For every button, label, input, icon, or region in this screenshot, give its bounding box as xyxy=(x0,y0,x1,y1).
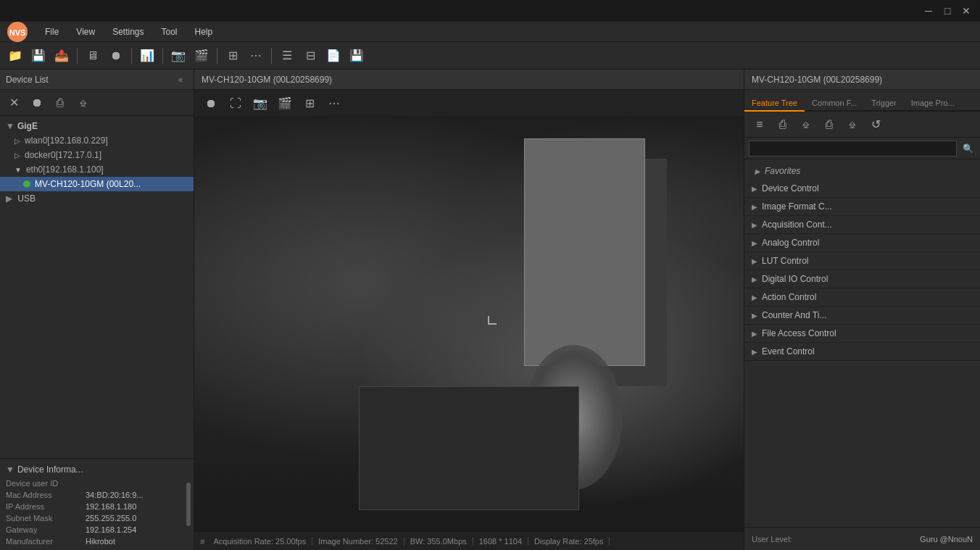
dl-import-button[interactable]: ⎒ xyxy=(72,93,94,113)
menu-tool[interactable]: Tool xyxy=(154,25,185,38)
rt-export2-button[interactable]: ⎒ xyxy=(795,114,817,135)
acquisition-label: Acquisition Cont... xyxy=(762,220,973,230)
feature-item-device-control[interactable]: ▶ Device Control xyxy=(744,180,980,198)
device-info-section: ▼ Device Informa... Device user ID Mac A… xyxy=(0,458,194,550)
grid-view-button[interactable]: ⊞ xyxy=(299,93,320,114)
feature-item-image-format[interactable]: ▶ Image Format C... xyxy=(744,198,980,216)
tab-image-processing[interactable]: Image Pro... xyxy=(904,96,962,112)
tab-common-features[interactable]: Common F... xyxy=(805,96,864,112)
save-button[interactable]: 💾 xyxy=(28,46,49,66)
rt-save-button[interactable]: ⎙ xyxy=(818,114,840,135)
feature-item-lut[interactable]: ▶ LUT Control xyxy=(744,252,980,270)
device-button[interactable]: 🖥 xyxy=(82,46,104,66)
snapshot-button[interactable]: 📷 xyxy=(249,93,271,114)
chart-button[interactable]: 📊 xyxy=(136,46,158,66)
open-button[interactable]: 📁 xyxy=(4,46,26,66)
cursor-indicator xyxy=(488,316,497,325)
feature-item-favorites[interactable]: ▶ Favorites xyxy=(744,162,980,180)
rt-export1-button[interactable]: ⎙ xyxy=(772,114,794,135)
status-acquisition-rate: Acquisition Rate: 25.00fps xyxy=(207,537,312,546)
feature-item-event-control[interactable]: ▶ Event Control xyxy=(744,343,980,361)
rt-load-button[interactable]: ⎒ xyxy=(842,114,863,135)
more-options-button[interactable]: ⋯ xyxy=(323,93,345,114)
info-value-gateway: 192.168.1.254 xyxy=(86,525,188,534)
tab-trigger[interactable]: Trigger xyxy=(864,96,903,112)
gige-group: ▼ GigE xyxy=(0,119,194,133)
status-bar: ≡ Acquisition Rate: 25.00fps Image Numbe… xyxy=(194,531,744,550)
video-button[interactable]: 🎬 xyxy=(191,46,212,66)
save2-button[interactable]: 💾 xyxy=(346,46,368,66)
info-row-subnet: Subnet Mask 255.255.255.0 xyxy=(0,512,194,524)
fullscreen-button[interactable]: ⛶ xyxy=(225,93,246,114)
grid-button[interactable]: ⊞ xyxy=(222,46,244,66)
menu-settings[interactable]: Settings xyxy=(105,25,151,38)
status-icon: ≡ xyxy=(200,537,204,546)
center-panel: MV-CH120-10GM (00L20258699) ⏺ ⛶ 📷 🎬 ⊞ ⋯ xyxy=(194,70,744,550)
stop-acquisition-button[interactable]: ⏺ xyxy=(200,93,222,114)
lut-label: LUT Control xyxy=(762,256,973,266)
tree-item-camera[interactable]: MV-CH120-10GM (00L20... xyxy=(0,177,194,191)
collapse-panel-button[interactable]: « xyxy=(173,72,188,87)
image-format-label: Image Format C... xyxy=(762,201,973,212)
main-toolbar: 📁 💾 📤 🖥 ⏺ 📊 📷 🎬 ⊞ ⋯ ☰ ⊟ 📄 💾 xyxy=(0,42,980,70)
tree-item-wlan[interactable]: ▷ wlan0[192.168.0.229] xyxy=(0,133,194,148)
cam-box xyxy=(524,138,645,366)
center-header: MV-CH120-10GM (00L20258699) xyxy=(194,70,744,90)
analog-label: Analog Control xyxy=(762,238,973,248)
window-controls: ─ □ ✕ xyxy=(921,3,974,19)
dl-stop-button[interactable]: ✕ xyxy=(3,93,25,113)
counter-timer-label: Counter And Ti... xyxy=(762,310,973,320)
tab-feature-tree[interactable]: Feature Tree xyxy=(744,96,805,112)
app-logo: NVS xyxy=(6,20,29,43)
tree-item-eth0[interactable]: ▼ eth0[192.168.1.100] xyxy=(0,162,194,177)
menu-view[interactable]: View xyxy=(69,25,102,38)
feature-item-analog[interactable]: ▶ Analog Control xyxy=(744,234,980,252)
menu-file[interactable]: File xyxy=(38,25,66,38)
toolbar-sep-5 xyxy=(271,48,272,64)
list-button[interactable]: ⊟ xyxy=(299,46,321,66)
feature-item-action-control[interactable]: ▶ Action Control xyxy=(744,288,980,307)
feature-list: ▶ Favorites ▶ Device Control ▶ Image For… xyxy=(744,159,980,527)
status-resolution: 1608 * 1104 xyxy=(473,537,528,546)
feature-item-digital-io[interactable]: ▶ Digital IO Control xyxy=(744,270,980,288)
export-button[interactable]: 📤 xyxy=(51,46,72,66)
gige-label: GigE xyxy=(17,121,38,131)
scroll-indicator xyxy=(186,483,191,526)
camera-label: MV-CH120-10GM (00L20... xyxy=(35,179,141,189)
feature-item-file-access[interactable]: ▶ File Access Control xyxy=(744,325,980,343)
tree-item-docker[interactable]: ▷ docker0[172.17.0.1] xyxy=(0,148,194,162)
dl-record-button[interactable]: ⏺ xyxy=(26,93,48,113)
rt-refresh-button[interactable]: ↺ xyxy=(865,114,886,135)
menu-help[interactable]: Help xyxy=(188,25,220,38)
dots-button[interactable]: ⋯ xyxy=(245,46,267,66)
toolbar-sep-1 xyxy=(77,48,78,64)
feature-item-counter-timer[interactable]: ▶ Counter And Ti... xyxy=(744,307,980,325)
maximize-button[interactable]: □ xyxy=(939,3,955,19)
right-bottom: User Level: Guru @NnouN xyxy=(744,527,980,550)
image-format-chevron: ▶ xyxy=(752,203,757,211)
search-input[interactable] xyxy=(749,141,957,157)
record-button[interactable]: ⏺ xyxy=(105,46,127,66)
usb-expand-icon: ▶ xyxy=(6,193,12,204)
menu-button[interactable]: ☰ xyxy=(276,46,298,66)
camera-button[interactable]: 📷 xyxy=(167,46,189,66)
device-list-title: Device List xyxy=(6,75,49,85)
device-info-expand-icon: ▼ xyxy=(6,464,14,475)
device-control-chevron: ▶ xyxy=(752,185,757,193)
feature-item-acquisition[interactable]: ▶ Acquisition Cont... xyxy=(744,216,980,234)
close-button[interactable]: ✕ xyxy=(958,3,974,19)
favorites-chevron: ▶ xyxy=(755,167,760,175)
image-area xyxy=(194,117,744,531)
analog-chevron: ▶ xyxy=(752,239,757,247)
minimize-button[interactable]: ─ xyxy=(921,3,937,19)
right-panel: MV-CH120-10GM (00L20258699) Feature Tree… xyxy=(744,70,980,550)
rt-menu-button[interactable]: ≡ xyxy=(749,114,771,135)
record-video-button[interactable]: 🎬 xyxy=(274,93,296,114)
page-button[interactable]: 📄 xyxy=(323,46,344,66)
search-bar: 🔍 xyxy=(744,138,980,159)
right-header-title: MV-CH120-10GM (00L20258699) xyxy=(752,75,882,85)
search-button[interactable]: 🔍 xyxy=(960,141,976,157)
device-tree: ▼ GigE ▷ wlan0[192.168.0.229] ▷ docker0[… xyxy=(0,116,194,458)
dl-export-button[interactable]: ⎙ xyxy=(49,93,71,113)
panel-header-icons: « xyxy=(173,72,188,87)
